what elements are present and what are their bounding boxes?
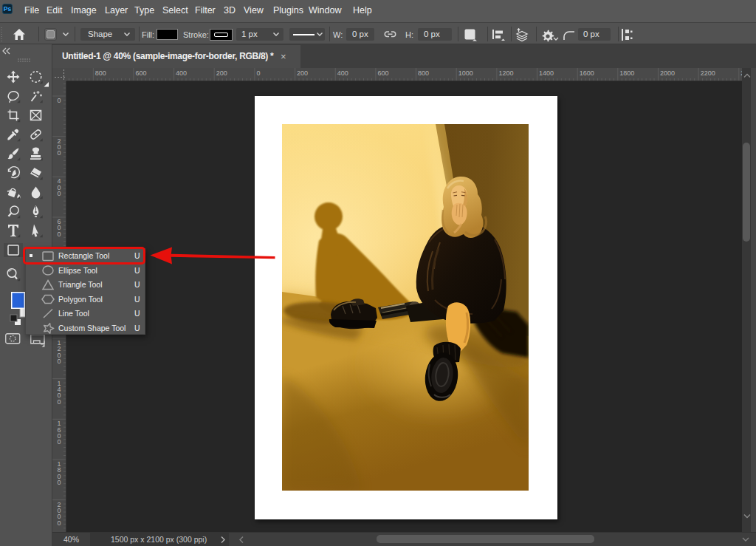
svg-text:1800: 1800 (619, 69, 634, 77)
svg-text:0: 0 (58, 479, 61, 486)
svg-text:600: 600 (135, 69, 146, 77)
svg-text:1200: 1200 (498, 69, 513, 77)
svg-text:1000: 1000 (458, 69, 473, 77)
svg-text:400: 400 (337, 69, 348, 77)
svg-text:0: 0 (58, 519, 61, 527)
svg-text:0: 0 (58, 149, 61, 157)
svg-text:0: 0 (58, 97, 61, 104)
svg-text:0: 0 (58, 358, 61, 365)
svg-text:800: 800 (95, 69, 106, 77)
svg-text:0: 0 (58, 398, 61, 406)
svg-text:0: 0 (256, 69, 260, 77)
svg-text:1400: 1400 (539, 69, 554, 77)
svg-text:2200: 2200 (701, 69, 715, 77)
svg-text:800: 800 (418, 69, 429, 77)
svg-text:0: 0 (58, 190, 61, 197)
svg-text:400: 400 (176, 69, 187, 77)
svg-text:2000: 2000 (660, 69, 675, 77)
svg-text:200: 200 (216, 69, 227, 77)
svg-text:1600: 1600 (580, 69, 594, 77)
svg-text:0: 0 (58, 438, 61, 446)
svg-text:200: 200 (297, 69, 308, 77)
svg-text:0: 0 (58, 231, 61, 238)
svg-text:600: 600 (377, 69, 388, 77)
